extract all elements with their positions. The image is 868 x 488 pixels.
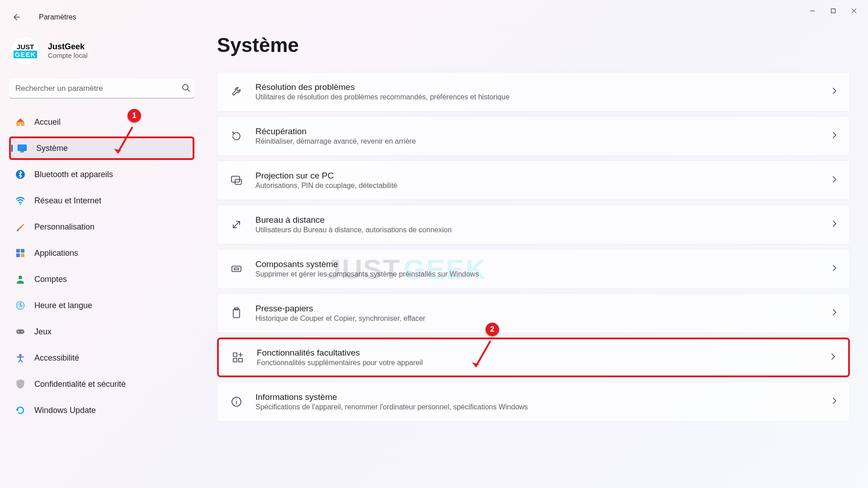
user-account-type: Compte local [48, 52, 88, 59]
svg-point-11 [20, 204, 21, 205]
update-icon [15, 405, 25, 415]
search-input[interactable] [9, 79, 194, 99]
sidebar-item-network[interactable]: Réseau et Internet [9, 189, 194, 212]
chevron-right-icon [832, 264, 837, 273]
chevron-right-icon [832, 309, 837, 318]
svg-point-21 [22, 331, 23, 333]
clipboard-icon [230, 307, 243, 319]
sidebar-item-label: Bluetooth et appareils [34, 170, 113, 179]
svg-line-27 [233, 221, 240, 228]
sidebar-item-label: Heure et langue [34, 301, 92, 310]
sidebar-item-bluetooth[interactable]: Bluetooth et appareils [9, 163, 194, 186]
paintbrush-icon [15, 222, 25, 232]
sidebar-item-label: Personnalisation [34, 222, 94, 232]
card-about[interactable]: Informations système Spécifications de l… [217, 382, 850, 422]
shield-icon [15, 379, 25, 389]
svg-rect-28 [232, 266, 241, 272]
wifi-icon [15, 196, 25, 206]
sidebar-item-windows-update[interactable]: Windows Update [9, 399, 194, 422]
svg-line-6 [188, 89, 189, 91]
user-card[interactable]: JUST GEEK JustGeek Compte local [9, 36, 203, 65]
sidebar-item-accounts[interactable]: Comptes [9, 267, 194, 291]
sidebar-item-time-language[interactable]: Heure et langue [9, 294, 194, 317]
sidebar-item-label: Accueil [34, 117, 61, 127]
avatar: JUST GEEK [11, 36, 40, 65]
svg-point-5 [183, 84, 188, 90]
card-recovery[interactable]: Récupération Réinitialiser, démarrage av… [217, 116, 850, 156]
sidebar-item-system[interactable]: Système [9, 136, 194, 160]
card-troubleshoot[interactable]: Résolution des problèmes Utilitaires de … [217, 72, 850, 112]
sidebar-item-privacy[interactable]: Confidentialité et sécurité [9, 372, 194, 396]
minimize-button[interactable] [802, 4, 823, 18]
sidebar-item-label: Système [36, 144, 68, 153]
optional-features-icon [231, 351, 244, 364]
page-title: Système [217, 34, 850, 56]
chevron-right-icon [832, 220, 837, 229]
window-title: Paramètres [39, 13, 76, 21]
svg-rect-16 [21, 253, 24, 257]
svg-rect-1 [831, 9, 835, 13]
arrow-left-icon [13, 13, 22, 22]
search-icon [182, 84, 190, 94]
search-field-wrap [9, 79, 203, 99]
home-icon [15, 117, 25, 127]
maximize-button[interactable] [823, 4, 844, 18]
components-icon [230, 263, 243, 275]
info-icon [230, 395, 243, 408]
sidebar-item-accessibility[interactable]: Accessibilité [9, 346, 194, 370]
sidebar-item-label: Windows Update [34, 406, 96, 415]
sidebar-item-label: Jeux [34, 327, 52, 337]
header-row: Paramètres [8, 8, 76, 26]
chevron-right-icon [832, 131, 837, 141]
svg-rect-15 [16, 253, 20, 257]
card-projecting[interactable]: Projection sur ce PC Autorisations, PIN … [217, 160, 850, 200]
svg-point-22 [19, 354, 22, 357]
svg-rect-29 [234, 268, 239, 270]
sidebar-item-label: Confidentialité et sécurité [34, 380, 126, 389]
clock-globe-icon [15, 300, 25, 310]
svg-rect-14 [21, 249, 24, 253]
svg-rect-13 [16, 249, 20, 253]
sidebar-item-personalization[interactable]: Personnalisation [9, 215, 194, 239]
window-controls [802, 0, 868, 18]
card-optional-features[interactable]: Fonctionnalités facultatives Fonctionnal… [217, 338, 850, 377]
chevron-right-icon [832, 397, 837, 406]
card-clipboard[interactable]: Presse-papiers Historique de Couper et C… [217, 293, 850, 333]
sidebar-item-label: Réseau et Internet [34, 196, 101, 206]
sidebar-item-label: Comptes [34, 275, 67, 284]
system-icon [17, 143, 27, 153]
sidebar-item-label: Applications [34, 249, 78, 258]
bluetooth-icon [15, 169, 25, 179]
close-button[interactable] [844, 4, 864, 18]
svg-point-12 [17, 230, 19, 231]
svg-rect-34 [239, 358, 242, 362]
svg-point-20 [18, 331, 19, 333]
gamepad-icon [15, 327, 25, 337]
svg-point-17 [19, 276, 22, 279]
svg-rect-32 [233, 353, 237, 357]
card-remote-desktop[interactable]: Bureau à distance Utilisateurs du Bureau… [217, 205, 850, 244]
main-content: Système Résolution des problèmes Utilita… [217, 34, 850, 426]
nav-list: Accueil Système Bluetooth et appareils R… [9, 110, 194, 422]
accessibility-icon [15, 353, 25, 363]
svg-rect-30 [233, 309, 240, 318]
svg-rect-8 [18, 145, 26, 150]
chevron-right-icon [832, 176, 837, 185]
chevron-right-icon [832, 87, 837, 96]
wrench-icon [230, 85, 243, 98]
svg-rect-19 [16, 329, 24, 334]
sidebar: JUST GEEK JustGeek Compte local Accueil … [9, 36, 203, 425]
projecting-icon [230, 174, 243, 187]
recovery-icon [230, 130, 243, 142]
remote-desktop-icon [230, 218, 243, 231]
sidebar-item-label: Accessibilité [34, 353, 79, 363]
sidebar-item-home[interactable]: Accueil [9, 110, 194, 134]
back-button[interactable] [8, 8, 26, 26]
svg-point-39 [236, 399, 237, 400]
chevron-right-icon [831, 353, 835, 362]
card-system-components[interactable]: Composants système Supprimer et gérer le… [217, 249, 850, 289]
person-icon [15, 274, 25, 284]
sidebar-item-gaming[interactable]: Jeux [9, 320, 194, 343]
sidebar-item-apps[interactable]: Applications [9, 241, 194, 265]
apps-icon [15, 248, 25, 258]
